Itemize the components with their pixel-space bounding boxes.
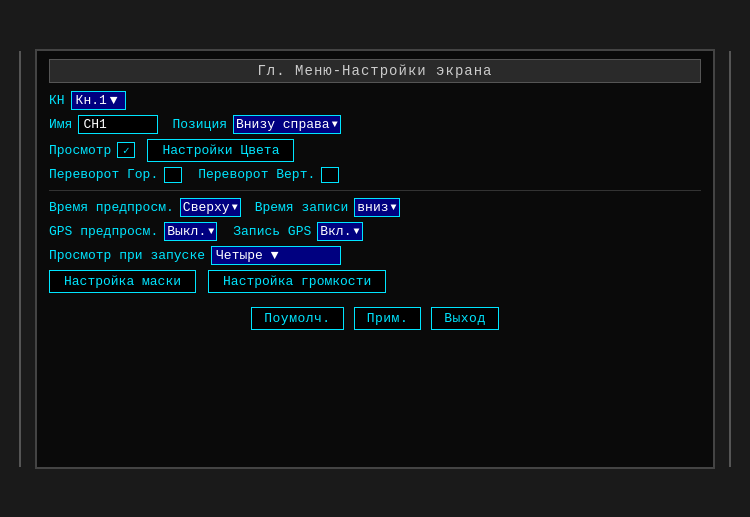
kn-value: Кн.1 xyxy=(76,93,107,108)
preview-color-row: Просмотр ✓ Настройки Цвета xyxy=(49,139,701,162)
name-input[interactable] xyxy=(78,115,158,134)
position-arrow-icon: ▼ xyxy=(332,119,338,130)
divider1 xyxy=(49,190,701,191)
action-buttons-row: Поумолч. Прим. Выход xyxy=(49,307,701,330)
mask-settings-label: Настройка маски xyxy=(64,274,181,289)
startup-row: Просмотр при запуске Четыре ▼ xyxy=(49,246,701,265)
exit-button[interactable]: Выход xyxy=(431,307,499,330)
kn-row: КН Кн.1 ▼ xyxy=(49,91,701,110)
record-time-arrow-icon: ▼ xyxy=(391,202,397,213)
gps-preview-arrow-icon: ▼ xyxy=(208,226,214,237)
volume-settings-button[interactable]: Настройка громкости xyxy=(208,270,386,293)
kn-label: КН xyxy=(49,93,65,108)
preview-time-value: Сверху xyxy=(183,200,230,215)
flip-row: Переворот Гор. Переворот Верт. xyxy=(49,167,701,183)
startup-value: Четыре xyxy=(216,248,263,263)
position-label: Позиция xyxy=(172,117,227,132)
mask-volume-row: Настройка маски Настройка громкости xyxy=(49,270,701,293)
gps-record-select[interactable]: Вкл. ▼ xyxy=(317,222,362,241)
record-time-value: вниз xyxy=(357,200,388,215)
color-settings-button[interactable]: Настройки Цвета xyxy=(147,139,294,162)
form-area: КН Кн.1 ▼ Имя Позиция Внизу справа ▼ Про… xyxy=(49,91,701,293)
preview-time-select[interactable]: Сверху ▼ xyxy=(180,198,241,217)
kn-arrow-icon: ▼ xyxy=(110,93,118,108)
startup-label: Просмотр при запуске xyxy=(49,248,205,263)
review-label: Просмотр xyxy=(49,143,111,158)
gps-preview-value: Выкл. xyxy=(167,224,206,239)
name-label: Имя xyxy=(49,117,72,132)
gps-preview-label: GPS предпросм. xyxy=(49,224,158,239)
time-row: Время предпросм. Сверху ▼ Время записи в… xyxy=(49,198,701,217)
flip-vert-checkbox[interactable] xyxy=(321,167,339,183)
record-time-label: Время записи xyxy=(255,200,349,215)
mask-settings-button[interactable]: Настройка маски xyxy=(49,270,196,293)
flip-hor-checkbox[interactable] xyxy=(164,167,182,183)
kn-select[interactable]: Кн.1 ▼ xyxy=(71,91,126,110)
gps-record-arrow-icon: ▼ xyxy=(353,226,359,237)
gps-preview-select[interactable]: Выкл. ▼ xyxy=(164,222,217,241)
volume-settings-label: Настройка громкости xyxy=(223,274,371,289)
record-time-select[interactable]: вниз ▼ xyxy=(354,198,399,217)
review-checkbox[interactable]: ✓ xyxy=(117,142,135,158)
position-value: Внизу справа xyxy=(236,117,330,132)
preview-time-label: Время предпросм. xyxy=(49,200,174,215)
gps-record-label: Запись GPS xyxy=(233,224,311,239)
flip-vert-label: Переворот Верт. xyxy=(198,167,315,182)
apply-button[interactable]: Прим. xyxy=(354,307,422,330)
startup-select[interactable]: Четыре ▼ xyxy=(211,246,341,265)
position-select[interactable]: Внизу справа ▼ xyxy=(233,115,341,134)
gps-record-value: Вкл. xyxy=(320,224,351,239)
name-position-row: Имя Позиция Внизу справа ▼ xyxy=(49,115,701,134)
color-settings-label: Настройки Цвета xyxy=(162,143,279,158)
main-screen: Гл. Меню-Настройки экрана КН Кн.1 ▼ Имя … xyxy=(35,49,715,469)
title-bar: Гл. Меню-Настройки экрана xyxy=(49,59,701,83)
preview-time-arrow-icon: ▼ xyxy=(232,202,238,213)
default-button[interactable]: Поумолч. xyxy=(251,307,343,330)
review-check-icon: ✓ xyxy=(123,144,130,157)
startup-arrow-icon: ▼ xyxy=(271,248,279,263)
gps-row: GPS предпросм. Выкл. ▼ Запись GPS Вкл. ▼ xyxy=(49,222,701,241)
title-text: Гл. Меню-Настройки экрана xyxy=(257,63,492,79)
flip-hor-label: Переворот Гор. xyxy=(49,167,158,182)
